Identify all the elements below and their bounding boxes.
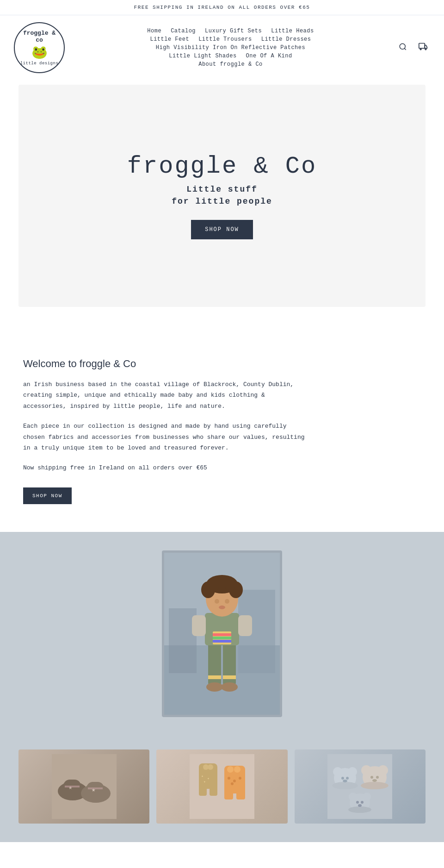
svg-rect-40 xyxy=(88,787,103,789)
welcome-paragraph-1: an Irish business based in the coastal v… xyxy=(23,379,310,412)
product-hero-section xyxy=(0,532,444,736)
main-nav: Home Catalog Luxury Gift Sets Little Hea… xyxy=(65,28,396,68)
divider-1 xyxy=(0,312,444,330)
svg-point-78 xyxy=(356,801,359,804)
svg-point-76 xyxy=(363,793,371,801)
hero-section: froggle & Co Little stuff for little peo… xyxy=(18,85,426,307)
nav-little-feet[interactable]: Little Feet xyxy=(150,36,189,43)
svg-point-4 xyxy=(425,49,426,50)
svg-point-63 xyxy=(332,782,358,789)
nav-little-dresses[interactable]: Little Dresses xyxy=(261,36,311,43)
svg-point-3 xyxy=(420,49,421,50)
nav-row-1: Home Catalog Luxury Gift Sets Little Hea… xyxy=(147,28,314,34)
nav-row-3: High Visibility Iron On Reflective Patch… xyxy=(156,44,305,51)
svg-point-62 xyxy=(348,767,357,776)
product-grid-section: ★ ★ xyxy=(0,736,444,842)
hero-shop-now-button[interactable]: SHOP NOW xyxy=(191,220,253,239)
logo-icon: 🐸 xyxy=(31,44,48,60)
svg-point-0 xyxy=(400,44,405,49)
nav-one-of-a-kind[interactable]: One Of A Kind xyxy=(246,53,292,59)
welcome-paragraph-2: Each piece in our collection is designed… xyxy=(23,421,310,453)
svg-point-75 xyxy=(349,793,357,801)
svg-point-29 xyxy=(215,599,219,604)
nav-row-4: Little Light Shades One Of A Kind xyxy=(169,53,292,59)
svg-rect-13 xyxy=(208,675,221,679)
svg-rect-39 xyxy=(65,786,80,787)
svg-rect-51 xyxy=(224,787,233,799)
svg-text:✦: ✦ xyxy=(207,776,210,781)
svg-point-27 xyxy=(209,578,220,591)
svg-point-70 xyxy=(361,782,388,789)
nav-little-light-shades[interactable]: Little Light Shades xyxy=(169,53,236,59)
hero-subtitle-2: for little people xyxy=(172,197,272,206)
svg-point-53 xyxy=(227,766,234,773)
svg-point-11 xyxy=(206,682,223,692)
site-header: froggle & co 🐸 little designs Home Catal… xyxy=(0,15,444,80)
svg-rect-21 xyxy=(213,640,231,643)
nav-little-heads[interactable]: Little Heads xyxy=(271,28,314,34)
svg-point-30 xyxy=(225,599,229,604)
svg-point-72 xyxy=(376,776,379,779)
svg-point-61 xyxy=(333,767,342,776)
welcome-shop-now-button[interactable]: SHOP NOW xyxy=(23,487,72,504)
hero-subtitle-1: Little stuff xyxy=(186,185,258,194)
hats-illustration xyxy=(327,754,392,819)
nav-luxury-gift-sets[interactable]: Luxury Gift Sets xyxy=(205,28,262,34)
svg-point-31 xyxy=(219,606,225,609)
cart-icon xyxy=(419,42,428,51)
svg-point-73 xyxy=(372,779,377,782)
svg-rect-17 xyxy=(238,615,252,636)
search-button[interactable] xyxy=(396,40,409,56)
nav-row-2: Little Feet Little Trousers Little Dress… xyxy=(150,36,311,43)
svg-rect-14 xyxy=(223,675,236,679)
welcome-paragraph-3: Now shipping free in Ireland on all orde… xyxy=(23,462,310,473)
nav-reflective-patches[interactable]: High Visibility Iron On Reflective Patch… xyxy=(156,44,305,51)
rompers-illustration: ✦ ✦ ✦ xyxy=(190,754,254,819)
nav-little-trousers[interactable]: Little Trousers xyxy=(198,36,252,43)
svg-text:✦: ✦ xyxy=(204,780,206,784)
svg-line-1 xyxy=(404,48,406,50)
product-grid: ★ ★ xyxy=(18,749,426,824)
product-hero-image xyxy=(162,550,282,717)
svg-point-57 xyxy=(239,777,241,780)
svg-point-71 xyxy=(370,776,373,779)
search-icon xyxy=(399,43,407,51)
svg-point-77 xyxy=(348,806,371,813)
svg-rect-52 xyxy=(236,787,245,799)
cart-button[interactable] xyxy=(416,40,430,56)
svg-point-55 xyxy=(228,777,230,780)
header-icons xyxy=(396,40,430,56)
nav-catalog[interactable]: Catalog xyxy=(171,28,196,34)
svg-rect-44 xyxy=(210,784,217,796)
svg-text:✦: ✦ xyxy=(201,774,204,778)
hero-title: froggle & Co xyxy=(127,153,317,180)
svg-rect-43 xyxy=(199,784,207,796)
svg-point-46 xyxy=(208,764,213,770)
svg-rect-2 xyxy=(419,43,425,48)
svg-text:★: ★ xyxy=(92,786,96,793)
svg-point-56 xyxy=(233,780,236,782)
shoes-illustration: ★ ★ xyxy=(52,754,117,819)
svg-point-58 xyxy=(231,782,234,785)
svg-point-65 xyxy=(346,777,349,780)
svg-point-80 xyxy=(358,804,362,807)
product-card-hats[interactable] xyxy=(295,749,426,824)
welcome-section: Welcome to froggle & Co an Irish busines… xyxy=(0,330,333,523)
svg-point-66 xyxy=(343,780,347,782)
svg-point-69 xyxy=(378,765,388,775)
free-shipping-banner: FREE SHIPPING IN IRELAND ON ALL ORDERS O… xyxy=(0,0,444,15)
svg-point-79 xyxy=(361,801,364,804)
product-card-rompers[interactable]: ✦ ✦ ✦ xyxy=(156,749,287,824)
child-illustration xyxy=(164,553,280,715)
logo-text-top: froggle & co xyxy=(18,30,60,44)
svg-point-28 xyxy=(224,578,235,591)
svg-point-64 xyxy=(341,777,344,780)
nav-home[interactable]: Home xyxy=(147,28,161,34)
svg-point-12 xyxy=(221,682,238,692)
nav-about[interactable]: About froggle & Co xyxy=(198,61,263,68)
svg-point-54 xyxy=(234,766,240,773)
product-card-shoes[interactable]: ★ ★ xyxy=(18,749,149,824)
logo[interactable]: froggle & co 🐸 little designs xyxy=(14,22,65,73)
nav-row-5: About froggle & Co xyxy=(198,61,263,68)
logo-text-bottom: little designs xyxy=(20,61,59,66)
